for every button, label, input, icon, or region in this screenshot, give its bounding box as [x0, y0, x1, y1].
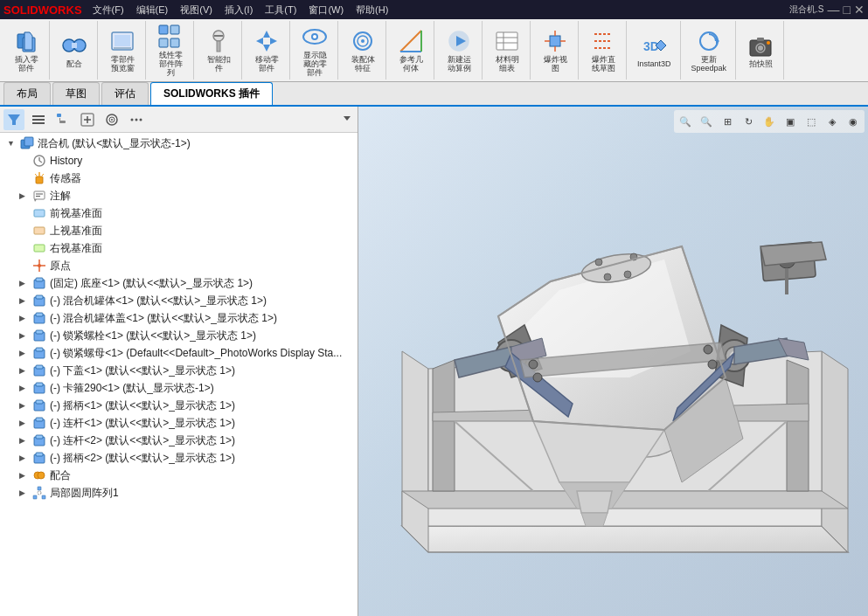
svg-rect-91 [36, 295, 43, 299]
tree-part-lower-cover[interactable]: ▶ (-) 下盖<1> (默认<<默认>_显示状态 1>) [0, 362, 358, 379]
move-component-label: 移动零部件 [255, 56, 279, 73]
svg-rect-74 [36, 176, 43, 183]
svg-rect-7 [115, 35, 130, 46]
tab-solidworks-plugins[interactable]: SOLIDWORKS 插件 [150, 82, 273, 105]
tree-right-plane[interactable]: 右视基准面 [0, 239, 358, 257]
toolbar-instant3d[interactable]: 3D Instant3D [634, 30, 675, 71]
tab-bar: 布局 草图 评估 SOLIDWORKS 插件 [0, 82, 868, 107]
front-plane-icon [31, 205, 47, 221]
menu-help[interactable]: 帮助(H) [351, 2, 393, 18]
tree-part-nut[interactable]: ▶ (-) 锁紧螺母<1> (Default<<Default>_PhotoWo… [0, 344, 358, 362]
circular-pattern-icon [31, 485, 47, 501]
toolbar-update-speedpak[interactable]: 更新Speedpak [688, 25, 731, 75]
toolbar-explode-line[interactable]: 爆炸直线草图 [586, 25, 621, 75]
toolbar-preview[interactable]: 零部件预览窗 [105, 25, 140, 75]
tab-sketch[interactable]: 草图 [52, 82, 100, 105]
tree-origin[interactable]: 原点 [0, 257, 358, 274]
svg-rect-83 [34, 227, 45, 234]
tree-mate[interactable]: ▶ 配合 [0, 467, 358, 484]
close-button[interactable]: ✕ [854, 3, 865, 17]
toolbar-bom[interactable]: 材料明细表 [490, 25, 524, 75]
main-layout: ▼ 混合机 (默认<默认_显示状态-1>) History [0, 107, 868, 616]
svg-rect-105 [36, 418, 43, 421]
toolbar-insert-part[interactable]: 插入零部件 [9, 25, 44, 75]
panel-target[interactable] [101, 109, 122, 130]
tree-sensor[interactable]: 传感器 [0, 170, 358, 187]
panel-view-list[interactable] [28, 109, 49, 130]
toolbar-show-hidden[interactable]: 显示隐藏的零部件 [297, 21, 332, 80]
svg-rect-112 [38, 487, 41, 490]
toolbar-smart-fastener[interactable]: 智能扣件 [201, 25, 236, 75]
toolbar-mate[interactable]: 配合 [57, 30, 92, 71]
sensor-label: 传感器 [50, 171, 81, 186]
toolbar-new-motion-study[interactable]: 新建运动算例 [441, 25, 476, 75]
menu-edit[interactable]: 编辑(E) [131, 2, 174, 18]
svg-marker-161 [581, 513, 608, 526]
menu-tools[interactable]: 工具(T) [260, 2, 302, 18]
svg-marker-19 [270, 38, 277, 45]
tree-part-tank-cover[interactable]: ▶ (-) 混合机罐体盖<1> (默认<<默认>_显示状态 1>) [0, 309, 358, 327]
tree-part-rod2[interactable]: ▶ (-) 连杆<2> (默认<<默认>_显示状态 1>) [0, 432, 358, 449]
annotation-arrow: ▶ [19, 191, 31, 200]
preview-icon [108, 27, 136, 55]
toolbar-group-snapshot: 拍快照 [738, 21, 784, 80]
tree-circular-pattern[interactable]: ▶ 局部圆周阵列1 [0, 484, 358, 502]
toolbar-assembly-feature[interactable]: 装配体特征 [345, 25, 380, 75]
maximize-button[interactable]: □ [844, 3, 851, 17]
menu-file[interactable]: 文件(F) [87, 2, 129, 18]
svg-marker-18 [256, 38, 263, 45]
minimize-button[interactable]: — [828, 3, 840, 17]
toolbar-explode-view[interactable]: 爆炸视图 [538, 25, 573, 75]
tree-part-handle2[interactable]: ▶ (-) 摇柄<2> (默认<<默认>_显示状态 1>) [0, 449, 358, 467]
tree-annotation[interactable]: ▶ 注解 [0, 187, 358, 204]
svg-point-51 [767, 41, 770, 45]
part-nut-icon [31, 345, 47, 361]
svg-point-136 [624, 271, 631, 278]
svg-rect-10 [170, 25, 179, 34]
svg-rect-54 [32, 119, 45, 121]
3d-model-svg [358, 107, 868, 616]
menu-view[interactable]: 视图(V) [175, 2, 218, 18]
panel-more[interactable] [126, 109, 147, 130]
handle2-arrow: ▶ [19, 453, 31, 462]
tree-part-tank[interactable]: ▶ (-) 混合机罐体<1> (默认<<默认>_显示状态 1>) [0, 292, 358, 309]
svg-rect-50 [757, 38, 764, 41]
toolbar-group-array: 线性零部件阵列 [148, 21, 194, 80]
tree-part-handle1[interactable]: ▶ (-) 摇柄<1> (默认<<默认>_显示状态 1>) [0, 397, 358, 414]
toolbar-reference-geometry[interactable]: 参考几何体 [393, 25, 428, 75]
explode-view-icon [541, 27, 569, 55]
menu-insert[interactable]: 插入(I) [219, 2, 258, 18]
panel-view-tree[interactable] [52, 109, 73, 130]
svg-point-157 [708, 360, 717, 369]
panel-add[interactable] [77, 109, 98, 130]
3d-viewport[interactable]: 🔍 🔍 ⊞ ↻ ✋ ▣ ⬚ ◈ ◉ [358, 107, 868, 616]
preview-label: 零部件预览窗 [111, 56, 135, 73]
toolbar-group-insert: 插入零部件 [3, 21, 50, 80]
menu-window[interactable]: 窗口(W) [303, 2, 349, 18]
tab-layout[interactable]: 布局 [3, 82, 51, 105]
toolbar-linear-array[interactable]: 线性零部件阵列 [153, 21, 188, 80]
tree-part-clamp[interactable]: ▶ (-) 卡箍290<1> (默认_显示状态-1>) [0, 379, 358, 397]
instant3d-icon: 3D [640, 31, 668, 59]
linear-array-icon [156, 23, 184, 51]
toolbar-group-assembly-feature: 装配体特征 [340, 21, 386, 80]
tree-part-base[interactable]: ▶ (固定) 底座<1> (默认<<默认>_显示状态 1>) [0, 274, 358, 292]
tree-root[interactable]: ▼ 混合机 (默认<默认_显示状态-1>) [0, 135, 358, 152]
svg-rect-82 [34, 210, 45, 217]
svg-rect-113 [33, 495, 37, 499]
tab-evaluate[interactable]: 评估 [101, 82, 149, 105]
toolbar-snapshot[interactable]: 拍快照 [743, 30, 778, 71]
svg-rect-109 [36, 453, 43, 456]
toolbar-move-component[interactable]: 移动零部件 [249, 25, 284, 75]
origin-label: 原点 [50, 259, 71, 273]
svg-marker-16 [263, 31, 270, 38]
tree-history[interactable]: History [0, 152, 358, 170]
tree-front-plane[interactable]: 前视基准面 [0, 204, 358, 222]
tree-part-bolt[interactable]: ▶ (-) 锁紧螺栓<1> (默认<<默认>_显示状态 1>) [0, 327, 358, 344]
svg-point-87 [38, 264, 41, 267]
tree-part-rod1[interactable]: ▶ (-) 连杆<1> (默认<<默认>_显示状态 1>) [0, 414, 358, 432]
show-hidden-icon [301, 23, 329, 51]
filter-button[interactable] [3, 109, 24, 130]
tree-top-plane[interactable]: 上视基准面 [0, 222, 358, 239]
panel-expand-more[interactable] [340, 111, 354, 128]
